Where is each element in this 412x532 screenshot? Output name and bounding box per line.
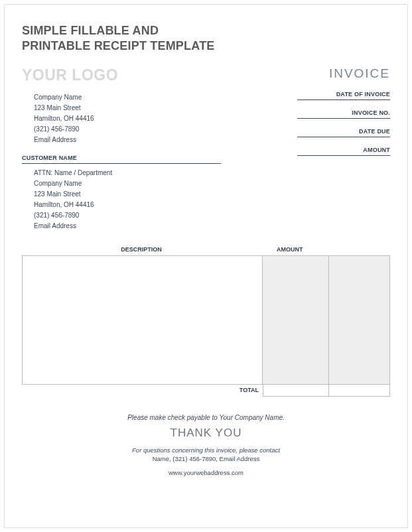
company-citystate: Hamilton, OH 44416 <box>34 113 284 124</box>
company-phone: (321) 456-7890 <box>34 124 284 135</box>
meta-date-of-invoice-label: DATE OF INVOICE <box>297 91 390 100</box>
meta-date-due-label: DATE DUE <box>297 128 390 137</box>
title-line-2: PRINTABLE RECEIPT TEMPLATE <box>22 38 390 54</box>
company-name: Company Name <box>34 92 284 103</box>
total-cell-1[interactable] <box>263 385 329 397</box>
header-amount: AMOUNT <box>261 246 390 253</box>
customer-phone: (321) 456-7890 <box>34 210 284 221</box>
left-column: Company Name 123 Main Street Hamilton, O… <box>22 91 297 232</box>
customer-email: Email Address <box>34 221 284 232</box>
total-label: TOTAL <box>22 385 263 397</box>
footer-contact-line2: Name, (321) 456-7890, Email Address <box>22 455 390 462</box>
customer-attn: ATTN: Name / Department <box>34 168 284 178</box>
invoice-page: SIMPLE FILLABLE AND PRINTABLE RECEIPT TE… <box>4 4 408 528</box>
footer-payable: Please make check payable to Your Compan… <box>22 414 390 421</box>
footer: Please make check payable to Your Compan… <box>22 414 390 476</box>
cell-amount-2[interactable] <box>328 256 389 384</box>
line-items-table: DESCRIPTION AMOUNT TOTAL <box>22 246 390 397</box>
total-row: TOTAL <box>22 385 390 397</box>
customer-block: ATTN: Name / Department Company Name 123… <box>34 168 284 232</box>
title-line-1: SIMPLE FILLABLE AND <box>22 23 390 38</box>
footer-contact-line1: For questions concerning this invoice, p… <box>22 446 390 454</box>
table-headers: DESCRIPTION AMOUNT <box>22 246 390 255</box>
header-row: YOUR LOGO INVOICE <box>22 66 390 84</box>
meta-amount-label: AMOUNT <box>297 147 390 156</box>
logo-placeholder: YOUR LOGO <box>22 66 118 84</box>
customer-citystate: Hamilton, OH 44416 <box>34 200 284 210</box>
customer-name: Company Name <box>34 178 284 189</box>
header-description: DESCRIPTION <box>22 246 261 253</box>
total-cell-2[interactable] <box>329 385 390 397</box>
customer-section-header: CUSTOMER NAME <box>22 155 221 164</box>
meta-invoice-no: INVOICE NO. <box>297 109 390 119</box>
meta-column: DATE OF INVOICE INVOICE NO. DATE DUE AMO… <box>297 91 390 232</box>
document-title: SIMPLE FILLABLE AND PRINTABLE RECEIPT TE… <box>22 23 390 54</box>
footer-thanks: THANK YOU <box>22 427 390 440</box>
meta-invoice-no-label: INVOICE NO. <box>297 109 390 119</box>
meta-date-of-invoice: DATE OF INVOICE <box>297 91 390 100</box>
company-street: 123 Main Street <box>34 103 284 113</box>
invoice-heading: INVOICE <box>329 66 390 81</box>
customer-street: 123 Main Street <box>34 189 284 200</box>
footer-web: www.yourwebaddress.com <box>22 469 390 476</box>
meta-date-due: DATE DUE <box>297 128 390 137</box>
table-body <box>22 255 390 385</box>
body-row: Company Name 123 Main Street Hamilton, O… <box>22 91 390 232</box>
company-block: Company Name 123 Main Street Hamilton, O… <box>34 92 284 145</box>
cell-amount-1[interactable] <box>262 256 328 384</box>
company-email: Email Address <box>34 135 284 145</box>
cell-description[interactable] <box>23 256 262 384</box>
meta-amount: AMOUNT <box>297 147 390 156</box>
